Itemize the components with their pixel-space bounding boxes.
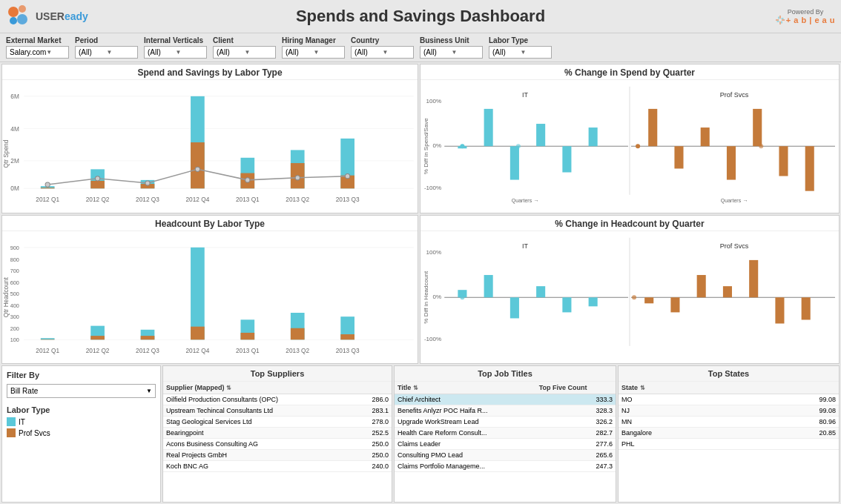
filter-by-select[interactable]: Bill Rate ▼ (7, 384, 156, 398)
sort-icon[interactable]: ⇅ (226, 385, 231, 391)
table-row[interactable]: MN80.96 (619, 417, 839, 428)
bottom-charts-row: Headcount By Labor Type 900 800 700 600 … (1, 215, 840, 365)
state-name: NJ (619, 405, 754, 417)
internal-verticals-select[interactable]: (All) ▼ (144, 46, 207, 59)
top-charts-row: Spend and Savings by Labor Type 6M 4M 2M… (1, 64, 840, 213)
svg-rect-127 (670, 297, 679, 312)
svg-point-133 (632, 295, 636, 299)
top-suppliers-table: Supplier (Mapped) ⇅ Oilfield Production … (163, 382, 392, 472)
table-row[interactable]: Claims Leader277.6 (395, 439, 616, 450)
svg-rect-120 (484, 275, 493, 297)
state-name: PHL (619, 439, 754, 450)
svg-text:6M: 6M (10, 93, 19, 100)
svg-text:100%: 100% (426, 248, 442, 255)
filter-hiring-manager: Hiring Manager (All) ▼ (282, 36, 345, 59)
top-jobs-table: Title ⇅ Top Five Count Chief Architect33… (395, 382, 616, 472)
table-row[interactable]: Bearingpoint252.5 (163, 428, 392, 439)
supplier-value: 240.0 (354, 461, 392, 472)
state-value: 99.08 (754, 394, 839, 405)
top-states-title: Top States (619, 366, 839, 382)
svg-text:2012 Q3: 2012 Q3 (136, 196, 159, 203)
filter-labor-type: Labor Type (All) ▼ (489, 36, 552, 59)
top-states-table: State ⇅ MO99.08NJ99.08MN80.96Bangalore20… (619, 382, 839, 450)
job-title: Consulting PMO Lead (395, 450, 536, 461)
svg-point-74 (759, 144, 763, 148)
table-row[interactable]: Stag Geological Services Ltd278.0 (163, 417, 392, 428)
hiring-manager-select[interactable]: (All) ▼ (282, 46, 345, 59)
supplier-name: Bearingpoint (163, 428, 354, 439)
external-market-select[interactable]: Salary.com ▼ (6, 46, 69, 59)
spend-savings-panel: Spend and Savings by Labor Type 6M 4M 2M… (1, 64, 418, 213)
svg-rect-66 (648, 109, 657, 146)
table-row[interactable]: MO99.08 (619, 394, 839, 405)
dropdown-arrow: ▼ (107, 49, 135, 56)
table-row[interactable]: Health Care Reform Consult...282.7 (395, 428, 616, 439)
svg-rect-130 (749, 259, 758, 296)
table-row[interactable]: Claims Portfolio Manageme...247.3 (395, 461, 616, 472)
pct-spend-svg: IT Prof Svcs 100% 0% -100% % Diff in Spe… (420, 80, 839, 213)
svg-text:900: 900 (10, 244, 19, 251)
svg-rect-62 (562, 146, 571, 172)
filter-country: Country (All) ▼ (351, 36, 414, 59)
svg-text:Quarters →: Quarters → (512, 198, 538, 204)
state-name: MO (619, 394, 754, 405)
table-row[interactable]: Acons Business Consulting AG250.0 (163, 439, 392, 450)
table-row[interactable]: Koch BNC AG240.0 (163, 461, 392, 472)
svg-rect-68 (701, 127, 710, 146)
job-count: 326.2 (536, 417, 616, 428)
svg-rect-60 (510, 146, 519, 179)
top-jobs-scroll[interactable]: Title ⇅ Top Five Count Chief Architect33… (395, 382, 616, 502)
svg-text:2013 Q2: 2013 Q2 (286, 346, 309, 354)
table-row[interactable]: PHL (619, 439, 839, 450)
table-row[interactable]: Upgrade WorkStream Lead326.2 (395, 417, 616, 428)
svg-rect-9 (781, 21, 782, 24)
country-select[interactable]: (All) ▼ (351, 46, 414, 59)
table-row[interactable]: Upstream Techincal Consultants Ltd283.1 (163, 405, 392, 417)
business-unit-select[interactable]: (All) ▼ (420, 46, 483, 59)
svg-rect-7 (782, 20, 785, 21)
client-select[interactable]: (All) ▼ (213, 46, 276, 59)
suppliers-val-header (354, 382, 392, 394)
svg-point-1 (19, 5, 26, 13)
svg-point-39 (245, 178, 250, 182)
job-title: Health Care Reform Consult... (395, 428, 536, 439)
svg-rect-98 (240, 332, 254, 339)
svg-text:600: 600 (10, 279, 19, 285)
sort-icon[interactable]: ⇅ (413, 385, 418, 391)
dropdown-arrow: ▼ (46, 49, 65, 56)
svg-text:2012 Q4: 2012 Q4 (186, 196, 210, 203)
top-states-scroll[interactable]: State ⇅ MO99.08NJ99.08MN80.96Bangalore20… (619, 382, 839, 502)
svg-text:2013 Q1: 2013 Q1 (236, 196, 260, 203)
sort-icon[interactable]: ⇅ (640, 385, 645, 391)
table-row[interactable]: Benefits Anlyzr POC Haifa R...328.3 (395, 405, 616, 417)
svg-rect-126 (644, 297, 653, 303)
table-row[interactable]: Oilfield Production Consultants (OPC)286… (163, 394, 392, 405)
legend-it: IT (7, 417, 156, 426)
supplier-value: 278.0 (354, 417, 392, 428)
dropdown-arrow: ▼ (245, 49, 273, 56)
period-select[interactable]: (All) ▼ (75, 46, 138, 59)
pct-spend-panel: % Change in Spend by Quarter IT Prof Svc… (420, 64, 840, 213)
table-row[interactable]: Bangalore20.85 (619, 428, 839, 439)
pct-headcount-svg: IT Prof Svcs 100% 0% -100% % Diff in Hea… (420, 231, 839, 364)
supplier-name: Upstream Techincal Consultants Ltd (163, 405, 354, 417)
svg-point-125 (460, 295, 464, 299)
svg-point-65 (516, 144, 521, 148)
labor-type-select[interactable]: (All) ▼ (489, 46, 552, 59)
svg-rect-96 (191, 326, 205, 339)
table-row[interactable]: NJ99.08 (619, 405, 839, 417)
job-count: 333.3 (536, 394, 616, 405)
dropdown-arrow-icon: ▼ (146, 388, 152, 394)
supplier-name: Real Projects GmbH (163, 450, 354, 461)
table-row[interactable]: Consulting PMO Lead265.6 (395, 450, 616, 461)
table-row[interactable]: Chief Architect333.3 (395, 394, 616, 405)
svg-text:-100%: -100% (424, 335, 441, 342)
state-name: MN (619, 417, 754, 428)
pct-spend-title: % Change in Spend by Quarter (420, 64, 839, 80)
svg-point-35 (45, 182, 50, 187)
top-suppliers-scroll[interactable]: Supplier (Mapped) ⇅ Oilfield Production … (163, 382, 392, 502)
svg-text:700: 700 (10, 268, 19, 274)
dropdown-arrow: ▼ (176, 49, 204, 56)
job-count: 328.3 (536, 405, 616, 417)
table-row[interactable]: Real Projects GmbH250.0 (163, 450, 392, 461)
